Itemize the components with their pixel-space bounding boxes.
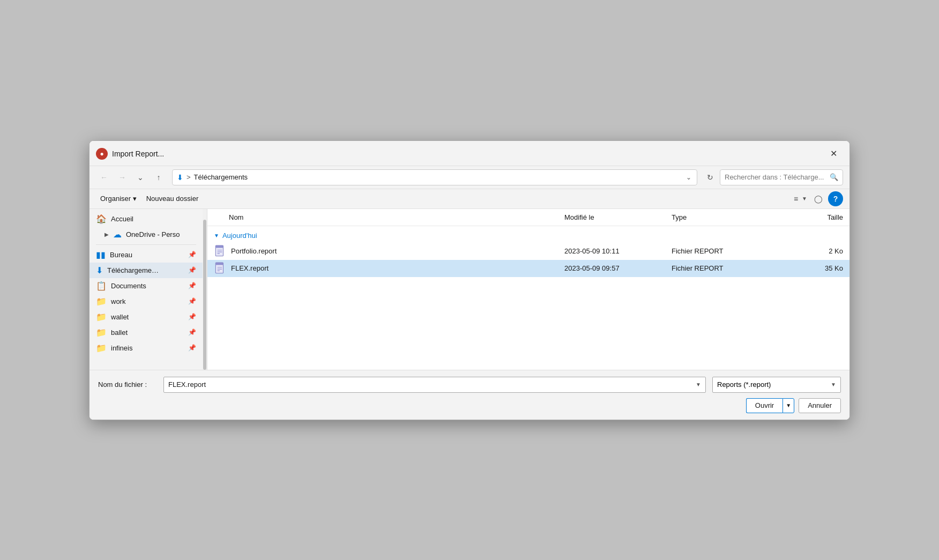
col-nom-button[interactable]: Nom [229,213,243,221]
chevron-down-icon: ⌄ [137,173,144,182]
open-button[interactable]: Ouvrir [746,398,782,413]
pin-icon: 📌 [188,344,196,352]
sidebar-item-documents[interactable]: 📋 Documents 📌 [90,278,203,294]
organiser-label: Organiser ▾ [100,195,137,203]
titlebar: ● Import Report... ✕ [90,141,849,166]
sidebar-item-label: infineis [111,344,184,352]
sidebar-item-onedrive[interactable]: ▶ ☁ OneDrive - Perso [90,227,203,242]
col-type-button[interactable]: Type [672,213,687,221]
view-dropdown-arrow[interactable]: ▼ [800,193,809,204]
home-icon: 🏠 [96,214,107,224]
up-button[interactable]: ↑ [151,170,167,185]
open-dropdown-arrow-icon: ▼ [786,402,791,408]
back-icon: ← [100,173,108,182]
col-modifie-button[interactable]: Modifié le [564,213,594,221]
file-type-portfolio: Fichier REPORT [672,247,779,255]
file-icon-portfolio [214,245,227,258]
file-name-flex: FLEX.report [231,264,564,272]
file-size-portfolio: 2 Ko [779,247,843,255]
app-icon: ● [96,148,108,160]
file-row-portfolio[interactable]: Portfolio.report 2023-05-09 10:11 Fichie… [207,243,849,260]
navbar: ← → ⌄ ↑ ⬇ > Téléchargements ⌄ ↻ 🔍 [90,166,849,189]
filename-row: Nom du fichier : FLEX.report ▼ Reports (… [98,377,841,393]
sidebar-item-label: work [111,297,184,305]
sidebar-item-label: OneDrive - Perso [126,230,180,238]
pin-icon: 📌 [188,251,196,258]
svg-rect-6 [215,263,223,265]
refresh-icon: ↻ [707,173,713,182]
pin-icon: 📌 [188,297,196,305]
col-taille-button[interactable]: Taille [827,213,843,221]
file-modified-portfolio: 2023-05-09 10:11 [564,247,672,255]
sidebar: 🏠 Accueil ▶ ☁ OneDrive - Perso ▮▮ Bureau… [90,209,207,370]
import-dialog: ● Import Report... ✕ ← → ⌄ ↑ ⬇ > Télécha… [89,140,850,420]
expand-arrow-icon: ▶ [105,232,109,237]
folder-icon: 📁 [96,296,107,307]
pin-icon: 📌 [188,313,196,320]
sidebar-item-accueil[interactable]: 🏠 Accueil [90,211,203,227]
file-row-flex[interactable]: FLEX.report 2023-05-09 09:57 Fichier REP… [207,260,849,277]
sidebar-item-bureau[interactable]: ▮▮ Bureau 📌 [90,247,203,263]
buttons-row: Ouvrir ▼ Annuler [98,398,841,413]
address-bar[interactable]: ⬇ > Téléchargements ⌄ [172,169,697,185]
cloud-icon: ☁ [113,229,122,240]
column-header: Nom Modifié le Type Taille [207,209,849,226]
sidebar-item-label: Téléchargeme… [107,266,184,274]
filetype-select[interactable]: Reports (*.report) ▼ [712,377,841,393]
sidebar-item-infineis[interactable]: 📁 infineis 📌 [90,340,203,356]
back-button[interactable]: ← [96,170,112,185]
search-input[interactable] [725,173,826,181]
dropdown-recent-button[interactable]: ⌄ [132,170,148,185]
organiser-button[interactable]: Organiser ▾ [96,191,141,206]
search-bar: 🔍 [720,169,843,185]
help-icon: ? [833,195,838,203]
filetype-dropdown-arrow: ▼ [831,382,836,387]
folder-icon: 📁 [96,327,107,338]
forward-button[interactable]: → [114,170,130,185]
bureau-icon: ▮▮ [96,250,106,260]
filetype-value: Reports (*.report) [717,380,771,389]
filename-input[interactable]: FLEX.report ▼ [163,377,706,393]
up-icon: ↑ [157,173,161,182]
download-icon: ⬇ [177,173,183,182]
nouveau-dossier-button[interactable]: Nouveau dossier [142,191,203,206]
group-chevron-icon: ▼ [214,233,219,238]
download-icon: ⬇ [96,265,103,275]
nouveau-dossier-label: Nouveau dossier [146,195,199,203]
sidebar-item-label: wallet [111,313,184,321]
group-header-today[interactable]: ▼ Aujourd'hui [207,228,849,243]
address-dropdown-arrow[interactable]: ⌄ [685,173,692,182]
file-icon-flex [214,262,227,275]
view-list-button[interactable]: ≡ ▼ [792,192,809,205]
sidebar-item-work[interactable]: 📁 work 📌 [90,294,203,309]
file-type-flex: Fichier REPORT [672,264,779,272]
address-separator: > [187,173,191,181]
sidebar-item-wallet[interactable]: 📁 wallet 📌 [90,309,203,325]
filename-value: FLEX.report [168,380,206,389]
folder-icon: 📁 [96,343,107,353]
filename-dropdown-arrow: ▼ [696,382,701,387]
sidebar-scrollbar-thumb [203,220,206,370]
sidebar-item-label: Documents [111,282,184,290]
view-panel-button[interactable]: ◯ [811,191,826,206]
pin-icon: 📌 [188,328,196,336]
sidebar-item-telechargements[interactable]: ⬇ Téléchargeme… 📌 [90,263,203,278]
refresh-button[interactable]: ↻ [703,170,718,185]
group-label: Aujourd'hui [222,232,257,240]
documents-icon: 📋 [96,281,107,291]
open-dropdown-button[interactable]: ▼ [782,398,794,413]
help-button[interactable]: ? [828,191,843,206]
file-list: ▼ Aujourd'hui Portfolio.repor [207,226,849,370]
file-name-portfolio: Portfolio.report [231,247,564,255]
open-split-button: Ouvrir ▼ [746,398,794,413]
sidebar-item-ballet[interactable]: 📁 ballet 📌 [90,325,203,340]
file-modified-flex: 2023-05-09 09:57 [564,264,672,272]
view-list-icon[interactable]: ≡ [792,192,800,205]
pin-icon: 📌 [188,282,196,289]
sidebar-scrollbar[interactable] [203,209,207,370]
sidebar-item-label: Bureau [110,251,184,259]
view-panel-icon: ◯ [814,195,823,203]
close-button[interactable]: ✕ [826,146,841,161]
filename-label: Nom du fichier : [98,380,157,389]
cancel-button[interactable]: Annuler [799,398,841,413]
